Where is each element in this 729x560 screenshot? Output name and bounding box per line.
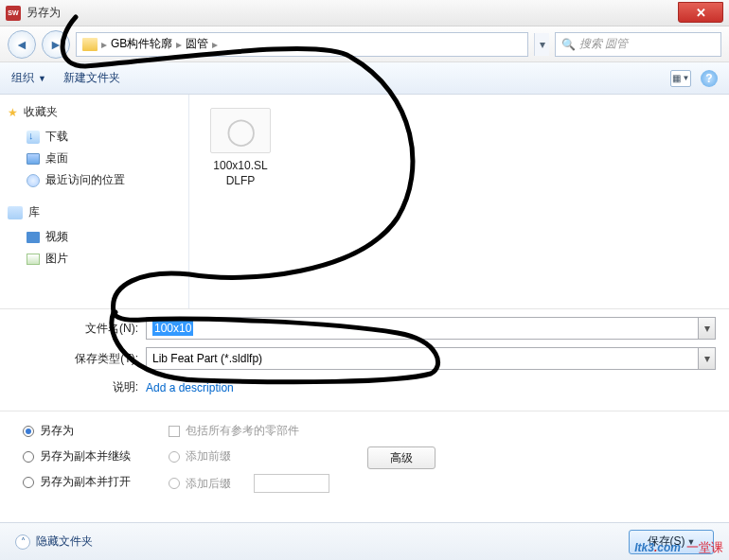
nav-bar: ◄ ► ▸ GB构件轮廓 ▸ 圆管 ▸ ▾ 🔍 搜索 圆管 bbox=[0, 26, 729, 62]
title-bar: SW 另存为 ✕ bbox=[0, 0, 729, 26]
nav-back-button[interactable]: ◄ bbox=[8, 30, 36, 59]
checkbox-icon bbox=[169, 426, 180, 437]
file-thumbnail-icon: ◯ bbox=[210, 108, 271, 153]
save-button[interactable]: 保存(S) ▼ bbox=[629, 530, 714, 554]
radio-save-copy-continue[interactable]: 另存为副本并继续 bbox=[23, 448, 131, 464]
sidebar-item-pictures[interactable]: 图片 bbox=[8, 248, 181, 270]
description-label: 说明: bbox=[13, 379, 146, 395]
nav-sidebar: ★ 收藏夹 下载 桌面 最近访问的位置 库 视频 bbox=[0, 95, 189, 308]
recent-icon bbox=[27, 174, 40, 187]
filetype-dropdown[interactable]: ▾ bbox=[699, 347, 716, 370]
toolbar: 组织 ▼ 新建文件夹 ▦▼ ? bbox=[0, 62, 729, 95]
sidebar-item-recent[interactable]: 最近访问的位置 bbox=[8, 169, 181, 191]
check-include-refs: 包括所有参考的零部件 bbox=[169, 423, 329, 439]
radio-save-copy-open[interactable]: 另存为副本并打开 bbox=[23, 474, 131, 490]
video-icon bbox=[27, 232, 40, 243]
radio-add-suffix: 添加后缀 bbox=[169, 474, 329, 493]
radio-icon bbox=[169, 478, 180, 489]
chevron-down-icon: ▼ bbox=[687, 537, 696, 547]
chevron-down-icon: ▼ bbox=[38, 74, 46, 83]
search-placeholder: 搜索 圆管 bbox=[579, 36, 628, 52]
sidebar-item-downloads[interactable]: 下载 bbox=[8, 126, 181, 148]
chevron-up-icon: ˄ bbox=[15, 534, 30, 550]
radio-add-prefix: 添加前缀 bbox=[169, 448, 329, 464]
download-icon bbox=[27, 131, 40, 144]
search-icon: 🔍 bbox=[561, 38, 576, 51]
breadcrumb[interactable]: ▸ GB构件轮廓 ▸ 圆管 ▸ bbox=[76, 32, 528, 57]
chevron-right-icon: ▸ bbox=[176, 38, 182, 51]
organize-menu[interactable]: 组织 ▼ bbox=[11, 70, 46, 86]
file-name-line1: 100x10.SL bbox=[213, 159, 267, 172]
breadcrumb-seg-1[interactable]: GB构件轮廓 bbox=[111, 36, 172, 52]
radio-icon bbox=[23, 451, 34, 463]
radio-icon bbox=[23, 477, 34, 488]
window-title: 另存为 bbox=[27, 5, 61, 21]
sidebar-item-video[interactable]: 视频 bbox=[8, 226, 181, 248]
sidebar-item-desktop[interactable]: 桌面 bbox=[8, 148, 181, 169]
sidebar-group-library[interactable]: 库 bbox=[8, 204, 181, 220]
chevron-right-icon: ▸ bbox=[212, 38, 218, 51]
nav-forward-button[interactable]: ► bbox=[42, 30, 70, 59]
library-icon bbox=[8, 206, 23, 219]
file-item[interactable]: ◯ 100x10.SL DLFP bbox=[203, 108, 278, 188]
folder-icon bbox=[82, 38, 98, 51]
save-form: 文件名(N): 100x10 ▾ 保存类型(T): Lib Feat Part … bbox=[0, 308, 729, 411]
filename-value: 100x10 bbox=[152, 321, 193, 336]
star-icon: ★ bbox=[8, 106, 18, 119]
radio-save-as[interactable]: 另存为 bbox=[23, 423, 131, 439]
radio-icon bbox=[169, 451, 180, 463]
explorer-body: ★ 收藏夹 下载 桌面 最近访问的位置 库 视频 bbox=[0, 95, 729, 308]
save-options: 另存为 另存为副本并继续 另存为副本并打开 包括所有参考的零部件 添加前缀 添加… bbox=[0, 411, 729, 502]
breadcrumb-seg-2[interactable]: 圆管 bbox=[186, 36, 208, 52]
window-close-button[interactable]: ✕ bbox=[678, 2, 723, 23]
filename-dropdown[interactable]: ▾ bbox=[699, 317, 716, 340]
breadcrumb-dropdown[interactable]: ▾ bbox=[534, 33, 549, 56]
help-button[interactable]: ? bbox=[701, 70, 718, 87]
filetype-label: 保存类型(T): bbox=[13, 351, 146, 367]
suffix-input bbox=[254, 474, 329, 493]
chevron-right-icon: ▸ bbox=[101, 38, 107, 51]
filetype-value: Lib Feat Part (*.sldlfp) bbox=[152, 352, 262, 365]
filename-label: 文件名(N): bbox=[13, 321, 146, 337]
add-description-link[interactable]: Add a description bbox=[146, 381, 234, 394]
view-mode-button[interactable]: ▦▼ bbox=[670, 70, 691, 87]
hide-folders-toggle[interactable]: ˄ 隐藏文件夹 bbox=[15, 534, 93, 550]
bottom-bar: ˄ 隐藏文件夹 保存(S) ▼ bbox=[0, 522, 729, 560]
file-name-line2: DLFP bbox=[226, 174, 256, 187]
search-input[interactable]: 🔍 搜索 圆管 bbox=[555, 32, 721, 57]
app-icon: SW bbox=[6, 6, 21, 21]
filename-input[interactable]: 100x10 bbox=[146, 317, 699, 340]
file-list[interactable]: ◯ 100x10.SL DLFP bbox=[189, 95, 729, 308]
pictures-icon bbox=[27, 254, 40, 265]
radio-icon bbox=[23, 426, 34, 437]
advanced-button[interactable]: 高级 bbox=[367, 446, 436, 469]
desktop-icon bbox=[27, 153, 40, 165]
new-folder-button[interactable]: 新建文件夹 bbox=[63, 70, 120, 86]
sidebar-group-favorites[interactable]: ★ 收藏夹 bbox=[8, 104, 181, 120]
filetype-select[interactable]: Lib Feat Part (*.sldlfp) bbox=[146, 347, 699, 370]
